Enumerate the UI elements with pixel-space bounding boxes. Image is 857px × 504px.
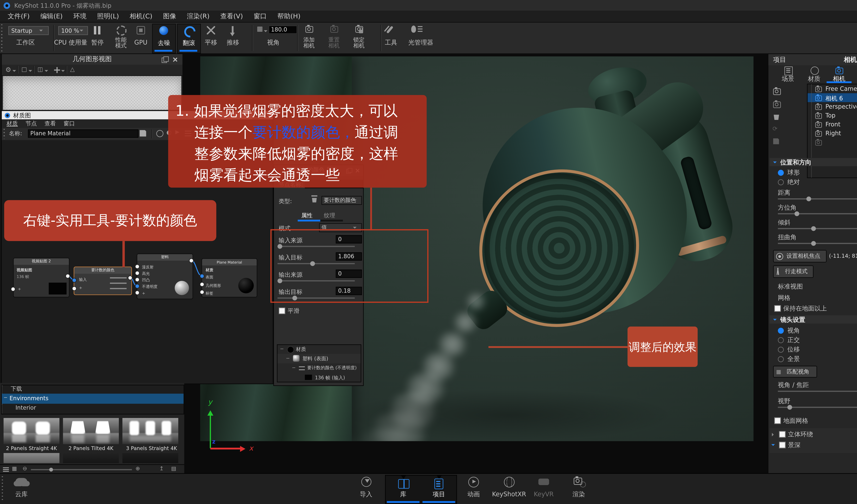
cloud-library-icon[interactable] [15, 478, 27, 486]
port-in[interactable] [135, 277, 140, 282]
menu-help[interactable]: 帮助(H) [272, 12, 306, 21]
delete-camera-icon[interactable] [774, 114, 779, 120]
keyshotxr-icon[interactable] [504, 477, 515, 487]
tree-row-color-to-number[interactable]: − 要计数的颜色 (不透明度) [278, 363, 360, 373]
tab-scene[interactable]: 场景 [775, 75, 801, 82]
port-in-connected[interactable] [135, 284, 140, 289]
section-lens[interactable]: 镜头设置 [770, 315, 857, 324]
camera-row-right[interactable]: Right [808, 129, 857, 138]
camera-row-front[interactable]: Front [808, 120, 857, 129]
env-thumb-2-panels-straight[interactable] [4, 418, 60, 444]
section-position[interactable]: 位置和方向 [770, 158, 857, 166]
tree-row-downloads[interactable]: 下载 [2, 385, 184, 394]
performance-mode-icon[interactable] [117, 25, 127, 36]
node-plane-material[interactable]: Plane Material 材质 表面 几何图形 标签 [201, 258, 257, 297]
camera-row-free[interactable]: Free Camera [808, 84, 857, 93]
ground-grid-checkbox[interactable] [774, 417, 781, 424]
node-plastic[interactable]: 塑料 漫反射 高光 凹凸 不透明度 + [137, 254, 193, 299]
menu-edit[interactable]: 编辑(E) [35, 12, 68, 21]
tab-material[interactable]: 材质 [802, 75, 827, 82]
panoramic-radio[interactable] [778, 356, 784, 362]
tree-row-environments[interactable]: − Environments [2, 394, 184, 404]
dof-expander-icon[interactable] [771, 444, 775, 448]
dock-project-label[interactable]: 项目 [421, 491, 456, 498]
port-out[interactable] [128, 276, 133, 280]
port-out[interactable] [189, 258, 194, 263]
smooth-checkbox[interactable] [279, 308, 285, 314]
drag-handle[interactable] [1, 24, 2, 52]
thumb-size-slider[interactable] [31, 469, 132, 470]
set-camera-focus-button[interactable]: 设置相机焦点 [773, 250, 827, 262]
port-in-connected[interactable] [72, 278, 77, 283]
expander[interactable]: − [280, 346, 284, 351]
port-in[interactable] [200, 282, 204, 287]
azimuth-slider[interactable] [778, 213, 857, 214]
camera-row-perspective[interactable]: Perspective [808, 102, 857, 111]
add-camera-icon[interactable] [305, 26, 313, 33]
camera-row-6-selected[interactable]: 相机 6 [808, 93, 857, 102]
material-name-input[interactable]: Plane Material [28, 129, 138, 138]
match-perspective-button[interactable]: ▦ 匹配视角 [773, 366, 817, 378]
walk-mode-button[interactable]: 行走模式 [773, 265, 813, 278]
env-thumb-partial[interactable] [63, 453, 119, 463]
popout-icon[interactable] [162, 57, 167, 63]
pause-icon[interactable] [94, 26, 96, 35]
fov-slider[interactable] [778, 407, 857, 408]
cpu-usage-dropdown[interactable]: 100 % [58, 26, 88, 35]
tree-row-material[interactable]: − 材质 [278, 345, 360, 354]
camera-row-top[interactable]: Top [808, 111, 857, 120]
menu-environment[interactable]: 环境 [68, 12, 92, 21]
upload-icon[interactable]: ↥ [159, 466, 164, 471]
orthographic-radio[interactable] [778, 337, 784, 343]
menu-window[interactable]: 窗口 [248, 12, 272, 21]
dof-checkbox[interactable] [779, 442, 786, 448]
duplicate-camera-icon[interactable] [773, 102, 781, 108]
twist-slider[interactable] [778, 243, 857, 244]
gpu-icon[interactable] [137, 26, 145, 35]
stereo-checkbox[interactable] [779, 431, 786, 437]
expander[interactable]: − [286, 356, 290, 361]
material-ball-icon[interactable] [156, 130, 164, 137]
tree-row-frames[interactable]: 136 帧 (输入) [278, 373, 360, 382]
grid-view-icon[interactable]: ▦ [12, 466, 17, 471]
close-icon[interactable] [172, 57, 177, 62]
dock-library-label[interactable]: 库 [386, 491, 421, 498]
denoise-button-active[interactable]: 去噪 [152, 24, 176, 53]
light-manager-icon[interactable] [411, 25, 416, 33]
cube-icon[interactable]: □ [21, 66, 27, 72]
incline-slider[interactable] [778, 228, 857, 229]
list-view-icon[interactable] [3, 467, 9, 472]
menu-render[interactable]: 渲染(R) [182, 12, 215, 21]
zoom-out-icon[interactable]: ⊖ [23, 466, 27, 471]
port-in-connected[interactable] [200, 274, 204, 278]
perspective-radio[interactable] [778, 328, 784, 334]
port-add[interactable] [11, 287, 15, 292]
tumble-button-active[interactable]: 翻滚 [177, 24, 201, 53]
dolly-icon[interactable] [232, 26, 233, 33]
menu-file[interactable]: 文件(F) [2, 12, 35, 21]
zoom-in-icon[interactable]: ⊕ [135, 466, 140, 471]
port-add[interactable] [72, 286, 77, 291]
stereo-expander-icon[interactable] [772, 433, 776, 436]
snapshot-icon[interactable]: ◫ [37, 66, 43, 72]
env-thumb-partial[interactable] [122, 453, 178, 463]
port-in[interactable] [200, 290, 204, 295]
spherical-radio[interactable] [778, 170, 784, 176]
keep-above-ground-checkbox[interactable] [774, 305, 781, 312]
folder-icon[interactable]: ▤ [171, 466, 176, 471]
view-grid-icon[interactable]: ▦ [257, 25, 263, 33]
save-icon[interactable] [140, 130, 146, 137]
pan-icon[interactable] [207, 26, 215, 35]
node-video-map[interactable]: 视频贴图 2 视频贴图 136 帧 + [13, 258, 69, 297]
drag-handle[interactable] [4, 129, 5, 139]
port-add[interactable] [135, 290, 140, 295]
distance-slider[interactable] [778, 198, 857, 199]
node-color-to-number[interactable]: 要计数的颜色 输入 + [74, 267, 132, 295]
window-titlebar[interactable]: KeyShot 11.0.0 Pro - 烟雾动画.bip [0, 0, 857, 11]
tree-row-interior[interactable]: Interior [2, 404, 184, 413]
tools-icon[interactable] [386, 26, 393, 34]
menu-lighting[interactable]: 照明(L) [92, 12, 124, 21]
camera-row-partial[interactable] [808, 138, 857, 145]
menu-material[interactable]: 材质 [6, 120, 18, 127]
tripod-icon[interactable]: △ [70, 66, 75, 72]
